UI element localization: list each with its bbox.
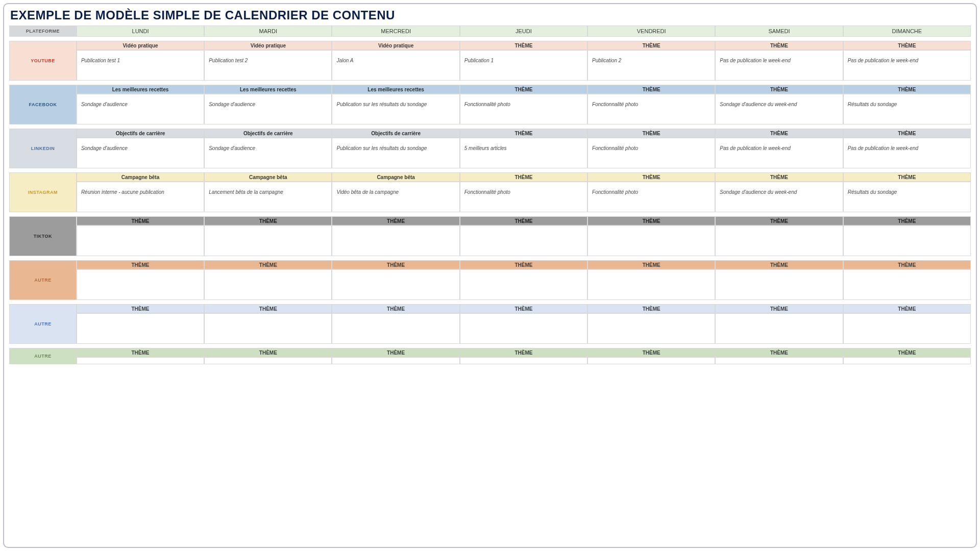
content-cell: Pas de publication le week-end	[715, 138, 843, 168]
theme-cell: Campagne bêta	[332, 172, 459, 182]
spacer-row	[9, 344, 971, 348]
theme-cell: THÈME	[460, 129, 587, 138]
header-platform-label: PLATEFORME	[9, 26, 77, 37]
content-cell	[715, 269, 843, 300]
theme-cell: THÈME	[332, 260, 459, 269]
platform-label-facebook: FACEBOOK	[9, 85, 77, 124]
content-cell	[332, 313, 459, 344]
theme-cell: THÈME	[843, 304, 971, 313]
content-cell: Fonctionnalité photo	[460, 94, 587, 124]
spacer-row	[9, 81, 971, 85]
theme-cell: THÈME	[204, 260, 332, 269]
platform-content-row	[9, 269, 971, 300]
spacer-row	[9, 37, 971, 41]
theme-cell: THÈME	[587, 348, 715, 357]
content-cell	[843, 313, 971, 344]
theme-cell: THÈME	[715, 129, 843, 138]
content-cell	[715, 226, 843, 256]
theme-cell: THÈME	[715, 260, 843, 269]
theme-cell: THÈME	[843, 129, 971, 138]
content-cell: Fonctionnalité photo	[587, 138, 715, 168]
content-cell	[587, 226, 715, 256]
content-cell	[77, 313, 204, 344]
content-cell: Publication 1	[460, 50, 587, 81]
content-cell: Jalon A	[332, 50, 459, 81]
content-cell	[587, 313, 715, 344]
content-cell: Sondage d'audience du week-end	[715, 182, 843, 212]
theme-cell: THÈME	[587, 304, 715, 313]
content-cell: Résultats du sondage	[843, 182, 971, 212]
theme-cell: THÈME	[460, 304, 587, 313]
platform-label-autre2: AUTRE	[9, 304, 77, 344]
theme-cell: THÈME	[77, 260, 204, 269]
theme-cell: THÈME	[587, 85, 715, 94]
content-cell: Sondage d'audience du week-end	[715, 94, 843, 124]
content-cell	[843, 226, 971, 256]
document-frame: EXEMPLE DE MODÈLE SIMPLE DE CALENDRIER D…	[3, 3, 977, 548]
platform-content-row	[9, 226, 971, 256]
theme-cell: THÈME	[715, 348, 843, 357]
content-cell: Sondage d'audience	[204, 138, 332, 168]
header-day: MARDI	[204, 26, 332, 37]
content-cell: 5 meilleurs articles	[460, 138, 587, 168]
platform-label-youtube: YOUTUBE	[9, 41, 77, 81]
content-cell: Pas de publication le week-end	[843, 50, 971, 81]
header-row: PLATEFORME LUNDI MARDI MERCREDI JEUDI VE…	[9, 26, 971, 37]
header-day: VENDREDI	[587, 26, 715, 37]
platform-theme-row: YOUTUBEVidéo pratiqueVidéo pratiqueVidéo…	[9, 41, 971, 50]
platform-theme-row: AUTRETHÈMETHÈMETHÈMETHÈMETHÈMETHÈMETHÈME	[9, 304, 971, 313]
platform-content-row	[9, 357, 971, 364]
theme-cell: THÈME	[843, 172, 971, 182]
spacer-row	[9, 212, 971, 216]
platform-theme-row: TIKTOKTHÈMETHÈMETHÈMETHÈMETHÈMETHÈMETHÈM…	[9, 216, 971, 226]
platform-content-row: Publication test 1Publication test 2Jalo…	[9, 50, 971, 81]
content-cell: Sondage d'audience	[204, 94, 332, 124]
content-cell	[332, 226, 459, 256]
theme-cell: Objectifs de carrière	[204, 129, 332, 138]
theme-cell: Les meilleures recettes	[77, 85, 204, 94]
theme-cell: THÈME	[460, 41, 587, 50]
theme-cell: THÈME	[587, 216, 715, 226]
content-cell: Réunion interne - aucune publication	[77, 182, 204, 212]
theme-cell: THÈME	[204, 216, 332, 226]
theme-cell: THÈME	[715, 85, 843, 94]
content-cell: Résultats du sondage	[843, 94, 971, 124]
theme-cell: THÈME	[715, 172, 843, 182]
content-cell: Publication test 1	[77, 50, 204, 81]
platform-content-row	[9, 313, 971, 344]
theme-cell: THÈME	[587, 41, 715, 50]
content-cell: Publication sur les résultats du sondage	[332, 94, 459, 124]
content-cell	[77, 269, 204, 300]
theme-cell: Les meilleures recettes	[332, 85, 459, 94]
platform-label-linkedin: LINKEDIN	[9, 129, 77, 168]
content-cell	[204, 313, 332, 344]
content-cell	[204, 269, 332, 300]
theme-cell: Vidéo pratique	[77, 41, 204, 50]
content-cell: Vidéo bêta de la campagne	[332, 182, 459, 212]
theme-cell: THÈME	[587, 260, 715, 269]
header-day: MERCREDI	[332, 26, 459, 37]
theme-cell: THÈME	[587, 129, 715, 138]
spacer-row	[9, 168, 971, 172]
theme-cell: THÈME	[843, 348, 971, 357]
theme-cell: THÈME	[77, 348, 204, 357]
content-cell: Publication test 2	[204, 50, 332, 81]
theme-cell: Vidéo pratique	[332, 41, 459, 50]
header-day: DIMANCHE	[843, 26, 971, 37]
theme-cell: Les meilleures recettes	[204, 85, 332, 94]
content-cell: Fonctionnalité photo	[460, 182, 587, 212]
theme-cell: THÈME	[843, 216, 971, 226]
theme-cell: THÈME	[715, 216, 843, 226]
theme-cell: THÈME	[715, 41, 843, 50]
content-cell	[460, 313, 587, 344]
theme-cell: Campagne bêta	[204, 172, 332, 182]
header-day: LUNDI	[77, 26, 204, 37]
theme-cell: Objectifs de carrière	[77, 129, 204, 138]
platform-content-row: Sondage d'audienceSondage d'audiencePubl…	[9, 138, 971, 168]
platform-theme-row: INSTAGRAMCampagne bêtaCampagne bêtaCampa…	[9, 172, 971, 182]
platform-label-instagram: INSTAGRAM	[9, 172, 77, 212]
content-cell	[460, 269, 587, 300]
content-cell: Publication sur les résultats du sondage	[332, 138, 459, 168]
content-cell	[715, 313, 843, 344]
platform-theme-row: AUTRETHÈMETHÈMETHÈMETHÈMETHÈMETHÈMETHÈME	[9, 260, 971, 269]
